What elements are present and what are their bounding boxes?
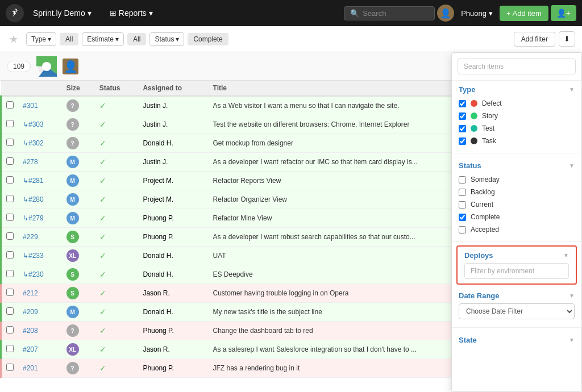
row-id[interactable]: #201 xyxy=(23,364,38,372)
status-backlog-checkbox[interactable] xyxy=(459,189,466,196)
status-complete-item[interactable]: Complete xyxy=(459,211,575,223)
item-title[interactable]: As a salesrep I want Salesforce integrat… xyxy=(213,345,417,353)
row-id[interactable]: ↳#230 xyxy=(23,270,44,278)
row-id[interactable]: #229 xyxy=(23,233,38,241)
download-button[interactable]: ⬇ xyxy=(559,31,575,47)
item-title[interactable]: Get mockup from designer xyxy=(213,139,293,147)
type-filter[interactable]: Type ▾ xyxy=(26,32,56,46)
status-value-tag[interactable]: Complete xyxy=(188,33,228,45)
type-test-item[interactable]: Test xyxy=(459,122,575,135)
state-section-header[interactable]: State ▼ xyxy=(459,336,575,344)
project-selector[interactable]: Sprint.ly Demo ▾ xyxy=(28,6,96,20)
row-checkbox[interactable] xyxy=(6,157,14,165)
row-checkbox-cell[interactable] xyxy=(1,247,19,265)
size-badge[interactable]: S xyxy=(66,231,79,243)
row-checkbox-cell[interactable] xyxy=(1,134,19,153)
item-title[interactable]: Refactor Reports View xyxy=(213,177,281,185)
add-person-button[interactable]: 👤+ xyxy=(551,5,576,21)
size-badge[interactable]: M xyxy=(66,156,79,168)
row-checkbox[interactable] xyxy=(6,120,14,127)
row-checkbox-cell[interactable] xyxy=(1,303,19,322)
row-checkbox[interactable] xyxy=(6,289,14,296)
size-badge[interactable]: M xyxy=(66,193,79,206)
row-id[interactable]: ↳#281 xyxy=(23,177,44,185)
item-title[interactable]: My new task's title is the subject line xyxy=(213,308,322,316)
row-checkbox-cell[interactable] xyxy=(1,359,19,378)
type-task-checkbox[interactable] xyxy=(459,137,466,145)
row-checkbox-cell[interactable] xyxy=(1,96,19,115)
item-title[interactable]: As a Web visitor I want a menu so that I… xyxy=(213,102,400,110)
row-checkbox[interactable] xyxy=(6,195,14,202)
row-checkbox-cell[interactable] xyxy=(1,115,19,134)
row-checkbox-cell[interactable] xyxy=(1,153,19,172)
status-complete-checkbox[interactable] xyxy=(459,214,466,221)
row-id[interactable]: ↳#302 xyxy=(23,139,44,147)
filter-search-input[interactable] xyxy=(458,59,576,74)
row-checkbox[interactable] xyxy=(6,251,14,258)
row-id[interactable]: #208 xyxy=(23,327,38,335)
reports-nav[interactable]: ⊞ Reports ▾ xyxy=(105,6,157,20)
row-id[interactable]: #212 xyxy=(23,289,38,297)
size-badge[interactable]: S xyxy=(66,287,79,299)
date-range-header[interactable]: Date Range ▼ xyxy=(459,291,575,300)
row-checkbox-cell[interactable] xyxy=(1,172,19,190)
estimate-filter[interactable]: Estimate ▾ xyxy=(82,32,124,46)
type-all-tag[interactable]: All xyxy=(60,33,78,45)
item-title[interactable]: Customer having trouble logging in on Op… xyxy=(213,289,349,297)
row-checkbox[interactable] xyxy=(6,139,14,146)
item-title[interactable]: ES Deepdive xyxy=(213,270,253,278)
status-accepted-checkbox[interactable] xyxy=(459,226,466,233)
size-badge[interactable]: ? xyxy=(66,137,79,149)
row-checkbox[interactable] xyxy=(6,176,14,184)
row-checkbox-cell[interactable] xyxy=(1,190,19,209)
row-checkbox[interactable] xyxy=(6,232,14,240)
type-story-item[interactable]: Story xyxy=(459,110,575,122)
size-badge[interactable]: S xyxy=(66,268,79,281)
add-item-button[interactable]: + Add item xyxy=(500,6,548,21)
item-title[interactable]: As a developer I want robust search capa… xyxy=(213,233,415,241)
status-backlog-item[interactable]: Backlog xyxy=(459,186,575,198)
type-defect-item[interactable]: Defect xyxy=(459,97,575,110)
row-checkbox[interactable] xyxy=(6,270,14,277)
size-badge[interactable]: ? xyxy=(66,118,79,131)
item-title[interactable]: UAT xyxy=(213,252,226,260)
type-task-item[interactable]: Task xyxy=(459,135,575,147)
row-checkbox-cell[interactable] xyxy=(1,322,19,340)
row-checkbox-cell[interactable] xyxy=(1,265,19,284)
row-id[interactable]: #209 xyxy=(23,308,38,316)
size-badge[interactable]: M xyxy=(66,306,79,318)
item-title[interactable]: As a developer I want refactor our IMC s… xyxy=(213,158,418,166)
item-title[interactable]: Change the dashboard tab to red xyxy=(213,327,313,335)
item-title[interactable]: Test the website on different browsers: … xyxy=(213,120,410,128)
size-badge[interactable]: M xyxy=(66,212,79,224)
date-filter-select[interactable]: Choose Date Filter xyxy=(459,303,575,319)
size-badge[interactable]: ? xyxy=(66,99,79,112)
item-title[interactable]: Refactor Mine View xyxy=(213,214,272,222)
row-checkbox[interactable] xyxy=(6,326,14,333)
user-avatar[interactable]: 👤 xyxy=(437,5,454,22)
type-section-header[interactable]: Type ▼ xyxy=(459,85,575,94)
status-current-checkbox[interactable] xyxy=(459,201,466,208)
size-badge[interactable]: XL xyxy=(66,249,79,262)
deploys-filter-input[interactable] xyxy=(464,263,569,279)
item-title[interactable]: JFZ has a rendering bug in it xyxy=(213,364,300,372)
search-input[interactable] xyxy=(363,9,429,18)
type-story-checkbox[interactable] xyxy=(459,112,466,120)
star-button[interactable]: ★ xyxy=(7,31,20,48)
type-defect-checkbox[interactable] xyxy=(459,100,466,107)
row-id[interactable]: ↳#303 xyxy=(23,120,44,128)
size-badge[interactable]: XL xyxy=(66,343,79,356)
row-checkbox[interactable] xyxy=(6,364,14,371)
row-id[interactable]: ↳#280 xyxy=(23,195,44,203)
row-id[interactable]: #207 xyxy=(23,345,38,353)
row-checkbox-cell[interactable] xyxy=(1,209,19,228)
row-checkbox-cell[interactable] xyxy=(1,340,19,359)
type-test-checkbox[interactable] xyxy=(459,125,466,132)
app-logo[interactable] xyxy=(6,4,24,22)
estimate-all-tag[interactable]: All xyxy=(127,33,146,45)
status-current-item[interactable]: Current xyxy=(459,198,575,211)
row-checkbox-cell[interactable] xyxy=(1,284,19,303)
user-menu[interactable]: Phuong ▾ xyxy=(456,7,497,20)
row-checkbox[interactable] xyxy=(6,101,14,109)
status-filter[interactable]: Status ▾ xyxy=(149,32,184,46)
